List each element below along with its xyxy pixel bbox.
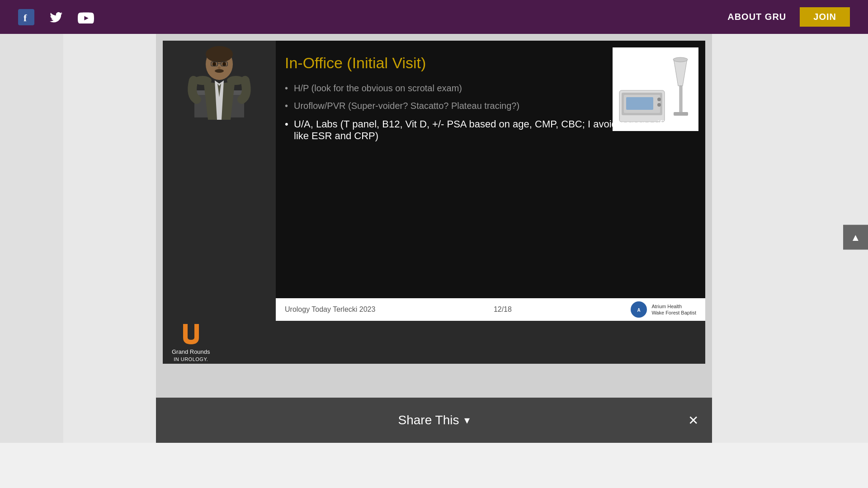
svg-point-5 — [206, 46, 233, 62]
svg-point-24 — [673, 57, 688, 62]
slide-source: Urology Today Terlecki 2023 — [285, 305, 375, 314]
svg-text:A: A — [637, 308, 641, 313]
about-gru-link[interactable]: ABOUT GRU — [727, 12, 786, 22]
twitter-icon[interactable] — [48, 9, 64, 25]
facebook-icon[interactable]: f — [18, 9, 34, 25]
slide-footer: Urology Today Terlecki 2023 12/18 A Atri… — [276, 298, 705, 321]
slide-page-number: 12/18 — [494, 305, 512, 314]
close-share-button[interactable]: ✕ — [688, 413, 698, 428]
main-content-area: In-Office (Initial Visit) H/P (look for … — [0, 34, 868, 443]
gru-logo-text: Grand Rounds in UROLOGY. — [172, 348, 210, 362]
atrium-health-logo: A Atrium Health Wake Forest Baptist — [630, 300, 696, 319]
bullet-2: Uroflow/PVR (Super-voider? Stacatto? Pla… — [285, 101, 696, 111]
site-header: f ABOUT GRU JOIN — [0, 0, 868, 34]
speaker-image — [163, 41, 276, 120]
scroll-top-icon: ▲ — [851, 231, 861, 243]
social-icons-group: f — [18, 9, 94, 25]
speaker-video-thumbnail[interactable] — [163, 41, 276, 120]
left-margin — [0, 34, 63, 443]
youtube-icon[interactable] — [78, 9, 94, 25]
lower-section: Grand Rounds in UROLOGY. — [163, 321, 705, 364]
video-area: In-Office (Initial Visit) H/P (look for … — [163, 41, 705, 321]
share-content: Share This ▾ — [398, 413, 470, 427]
gru-logo: Grand Rounds in UROLOGY. — [172, 322, 210, 362]
svg-rect-23 — [674, 112, 688, 116]
svg-text:f: f — [24, 12, 27, 23]
svg-point-12 — [215, 69, 224, 73]
bullet-3: U/A, Labs (T panel, B12, Vit D, +/- PSA … — [285, 118, 696, 142]
share-this-button[interactable]: Share This ▾ — [398, 413, 470, 427]
header-nav: ABOUT GRU JOIN — [727, 7, 850, 27]
content-wrapper: In-Office (Initial Visit) H/P (look for … — [156, 34, 712, 443]
scroll-to-top-button[interactable]: ▲ — [843, 225, 868, 250]
bullet-1: H/P (look for the obvious on scrotal exa… — [285, 83, 696, 94]
svg-point-11 — [218, 66, 221, 69]
share-chevron-icon: ▾ — [464, 414, 470, 427]
share-bar[interactable]: Share This ▾ ✕ — [156, 398, 712, 443]
presentation-slide: In-Office (Initial Visit) H/P (look for … — [276, 41, 705, 321]
share-this-text: Share This — [398, 413, 459, 427]
join-button[interactable]: JOIN — [800, 7, 850, 27]
